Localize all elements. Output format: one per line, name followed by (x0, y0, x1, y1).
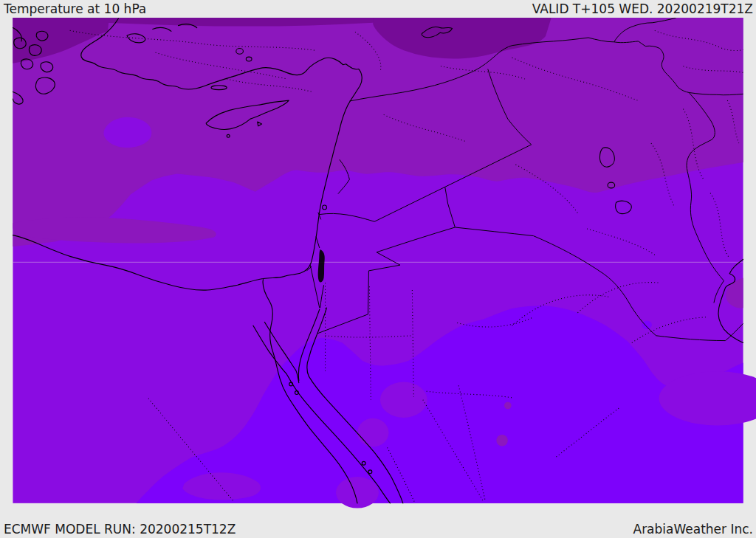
weather-map (0, 18, 756, 520)
map-title: Temperature at 10 hPa (4, 0, 146, 18)
brand-label: ArabiaWeather Inc. (633, 520, 754, 538)
temperature-shading (13, 18, 756, 508)
top-info-bar: Temperature at 10 hPa VALID T+105 WED. 2… (0, 0, 756, 18)
bottom-info-bar: ECMWF MODEL RUN: 20200215T12Z ArabiaWeat… (0, 520, 756, 538)
model-run-label: ECMWF MODEL RUN: 20200215T12Z (4, 520, 236, 538)
valid-time-label: VALID T+105 WED. 20200219T21Z (532, 0, 753, 18)
temperature-map-canvas (0, 18, 756, 520)
temp-blob-mid-2 (380, 382, 427, 418)
temp-dot-bright (642, 321, 652, 330)
temp-blob-mid-3 (357, 418, 389, 447)
temp-dot-dark-2 (496, 435, 507, 446)
temp-dot-dark-1 (504, 402, 512, 410)
